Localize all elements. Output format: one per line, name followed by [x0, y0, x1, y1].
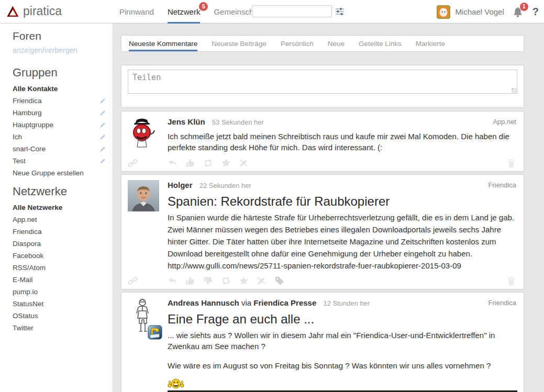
brand[interactable]: piratica	[6, 4, 62, 18]
sidebar-item-test[interactable]: Test	[0, 155, 113, 167]
user-name[interactable]: Michael Vogel	[455, 7, 504, 16]
tag-icon[interactable]	[274, 276, 284, 286]
like-icon[interactable]	[185, 276, 195, 286]
post-author-avatar[interactable]	[128, 298, 159, 334]
sidebar-item-hauptgruppe[interactable]: Hauptgruppe	[0, 119, 113, 131]
post-title: Eine Frage an euch alle ...	[168, 312, 517, 327]
permalink-icon[interactable]	[128, 276, 138, 286]
delete-icon[interactable]	[506, 158, 516, 168]
sidebar-item-snarl-core[interactable]: snarl-Core	[0, 143, 113, 155]
sidebar-item-rss-atom[interactable]: RSS/Atom	[0, 262, 113, 274]
share-composer-panel	[121, 65, 524, 107]
netzwerke-list: Alle Netzwerke App.net Friendica Diaspor…	[0, 201, 113, 334]
sidebar-item-ostatus[interactable]: OStatus	[0, 310, 113, 322]
top-navbar: piratica Pinnwand Netzwerk 5 Gemeinschaf…	[0, 0, 544, 24]
user-menu: Michael Vogel 1 ?	[437, 0, 539, 24]
notifications-badge: 1	[520, 3, 528, 11]
post-title: Spanien: Rekordstrafe für Raubkopierer	[168, 194, 517, 209]
sidebar-item-diaspora[interactable]: Diaspora	[0, 238, 113, 250]
edit-group-icon[interactable]	[99, 109, 106, 116]
tab-neueste-kommentare[interactable]: Neueste Kommentare	[129, 36, 197, 51]
post-network-label: Friendica	[489, 299, 516, 307]
sidebar-item-twitter[interactable]: Twitter	[0, 322, 113, 334]
main-content: Neueste Kommentare Neueste Beiträge Pers…	[113, 24, 544, 392]
post-timestamp: 22 Sekunden her	[199, 182, 251, 189]
post-andreas-hannusch: Friendica Andreas Hannusch via Friendica…	[121, 293, 524, 392]
dislike-icon[interactable]	[203, 276, 213, 286]
post-actions	[128, 276, 517, 286]
post-paragraph: ... wie siehts aus ? Wollen wir in diese…	[168, 330, 517, 352]
sidebar-item-ich[interactable]: Ich	[0, 131, 113, 143]
post-external-link[interactable]: http://www.gulli.com/news/25711-spanien-…	[168, 260, 517, 272]
gruppen-heading: Gruppen	[13, 66, 113, 79]
sidebar-item-alle-kontakte[interactable]: Alle Kontakte	[0, 83, 113, 95]
edit-disabled-icon[interactable]	[257, 276, 267, 286]
edit-group-icon[interactable]	[99, 158, 106, 164]
star-icon[interactable]	[221, 158, 231, 168]
netzwerk-count-badge: 5	[199, 2, 208, 11]
piratica-logo-icon	[6, 5, 19, 18]
sidebar-item-email[interactable]: E-Mail	[0, 274, 113, 286]
main-nav: Pinnwand Netzwerk 5 Gemeinschaft	[119, 0, 262, 24]
tab-markierte[interactable]: Markierte	[416, 36, 445, 51]
sidebar-item-appnet[interactable]: App.net	[0, 214, 113, 226]
permalink-icon[interactable]	[128, 158, 138, 168]
edit-group-icon[interactable]	[99, 97, 106, 104]
foren-heading: Foren	[13, 30, 113, 42]
tab-neueste-beitraege[interactable]: Neueste Beiträge	[212, 36, 266, 51]
search-filter-icon[interactable]	[335, 7, 345, 16]
user-avatar[interactable]	[437, 5, 450, 19]
nav-netzwerk[interactable]: Netzwerk 5	[168, 0, 201, 24]
edit-disabled-icon[interactable]	[239, 158, 249, 168]
sidebar-item-friendica-group[interactable]: Friendica	[0, 95, 113, 107]
reply-icon[interactable]	[168, 276, 177, 286]
stream-tabs: Neueste Kommentare Neueste Beiträge Pers…	[121, 36, 524, 51]
sidebar-item-pumpio[interactable]: pump.io	[0, 286, 113, 298]
sidebar-item-hamburg[interactable]: Hamburg	[0, 107, 113, 119]
post-author-name[interactable]: Jens Klün	[168, 117, 205, 126]
gruppen-list: Alle Kontakte Friendica Hamburg Hauptgru…	[0, 83, 113, 179]
help-button[interactable]: ?	[532, 6, 539, 18]
share-retweet-icon[interactable]	[203, 158, 213, 168]
sidebar-item-statusnet[interactable]: StatusNet	[0, 298, 113, 310]
post-timestamp: 53 Sekunden her	[212, 118, 264, 126]
edit-group-icon[interactable]	[99, 133, 106, 140]
sidebar-item-alle-netzwerke[interactable]: Alle Netzwerke	[0, 201, 113, 214]
post-holger: Friendica Holger 22 Sekunden her Spanien…	[121, 175, 524, 289]
post-via-author-name[interactable]: Friendica Presse	[253, 298, 316, 307]
tab-geteilte-links[interactable]: Geteilte Links	[359, 36, 402, 51]
reply-icon[interactable]	[168, 158, 177, 168]
tab-persoenlich[interactable]: Persönlich	[281, 36, 314, 51]
like-icon[interactable]	[185, 158, 195, 168]
foren-toggle-link[interactable]: anzeigen/verbergen	[13, 46, 113, 54]
post-actions	[128, 158, 517, 169]
nav-pinnwand[interactable]: Pinnwand	[119, 0, 154, 24]
tab-neue[interactable]: Neue	[328, 36, 345, 51]
via-label: via	[241, 298, 251, 307]
post-jens-kluen: App.net Jens Klün 53 Sekunden her Ich sc…	[121, 111, 524, 171]
notifications-button[interactable]: 1	[512, 6, 524, 18]
post-author-name[interactable]: Holger	[168, 181, 193, 189]
share-textarea[interactable]	[128, 70, 517, 94]
netzwerke-heading: Netzwerke	[13, 185, 113, 198]
post-author-avatar[interactable]	[128, 180, 159, 211]
delete-icon[interactable]	[506, 276, 516, 286]
post-author-avatar[interactable]	[128, 117, 159, 148]
post-body: ... wie siehts aus ? Wollen wir in diese…	[168, 330, 517, 371]
thumbsup-smiley-emoticon	[168, 378, 184, 389]
sidebar-item-facebook[interactable]: Facebook	[0, 250, 113, 262]
sidebar-item-friendica-net[interactable]: Friendica	[0, 226, 113, 238]
search-input[interactable]	[252, 5, 332, 17]
post-author-name[interactable]: Andreas Hannusch	[168, 298, 239, 307]
brand-name: piratica	[23, 4, 62, 18]
share-retweet-icon[interactable]	[221, 276, 231, 286]
edit-group-icon[interactable]	[99, 121, 106, 128]
edit-group-icon[interactable]	[99, 145, 106, 152]
post-network-label: App.net	[493, 118, 516, 126]
star-icon[interactable]	[239, 276, 249, 286]
post-network-label: Friendica	[489, 181, 516, 189]
post-body: Ich schmeiße jetzt bald meinen Schreibti…	[168, 131, 517, 153]
emoji-line	[168, 378, 517, 389]
sidebar-item-neue-gruppe[interactable]: Neue Gruppe erstellen	[0, 167, 113, 179]
post-timestamp: 12 Stunden her	[323, 299, 370, 307]
